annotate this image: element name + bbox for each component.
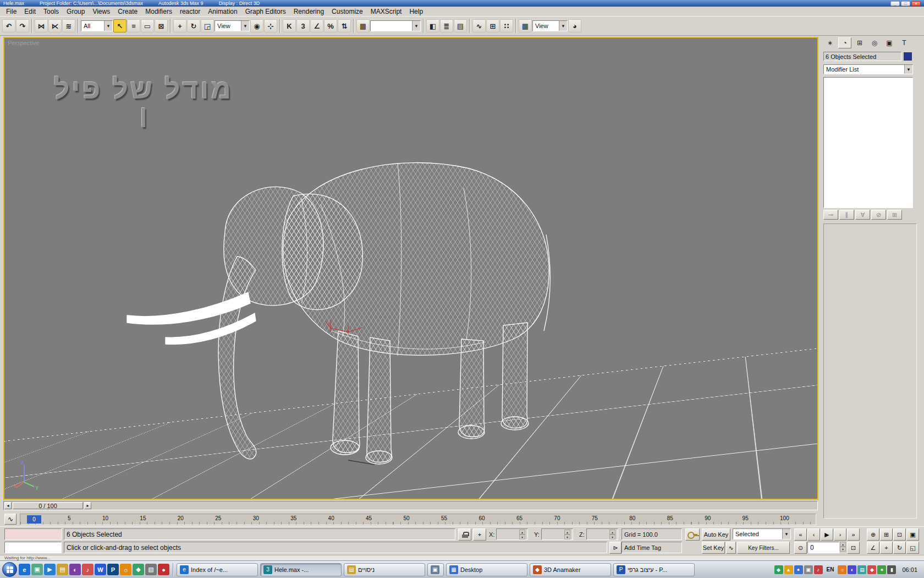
menu-item[interactable]: reactor (176, 8, 204, 15)
x-spinner[interactable]: ▴▾ (519, 530, 525, 539)
close-icon[interactable]: × (911, 1, 921, 6)
menu-item[interactable]: Rendering (290, 8, 328, 15)
quick-render-icon[interactable]: ◕ (568, 19, 581, 32)
language-indicator[interactable]: EN (824, 565, 837, 574)
chevron-down-icon[interactable]: ▼ (559, 21, 567, 31)
go-to-end-icon[interactable]: » (847, 528, 860, 541)
quick-launch-icon[interactable]: ☼ (120, 564, 131, 575)
next-frame-icon[interactable]: › (834, 528, 846, 541)
quick-launch-icon[interactable]: ▧ (145, 564, 157, 575)
bind-to-space-warp-icon[interactable]: ≋ (62, 19, 75, 32)
curve-editor-icon[interactable]: ∿ (472, 19, 486, 32)
menu-item[interactable]: Edit (20, 8, 40, 15)
absolute-offset-toggle-icon[interactable]: + (473, 528, 486, 541)
remove-modifier-icon[interactable]: ⊘ (871, 210, 886, 220)
menu-item[interactable]: Graph Editors (241, 8, 290, 15)
menu-item[interactable]: MAXScript (367, 8, 406, 15)
taskbar-window-button[interactable]: P עיצוב גרפי - P... (613, 563, 695, 576)
tab-utilities-icon[interactable]: T (898, 37, 911, 48)
chevron-down-icon[interactable]: ▼ (904, 65, 912, 74)
taskbar-window-button[interactable]: e Index of /~e... (177, 563, 258, 576)
selected-keyset-dropdown[interactable]: Selected ▼ (733, 528, 791, 539)
spin-up-icon[interactable]: ▴ (609, 530, 615, 535)
quick-launch-icon[interactable]: ▤ (57, 564, 68, 575)
spin-down-icon[interactable]: ▾ (519, 535, 525, 539)
tray-icon[interactable]: ☼ (838, 565, 846, 574)
tab-motion-icon[interactable]: ◎ (868, 37, 881, 48)
quick-launch-icon[interactable]: W (95, 564, 106, 575)
mirror-icon[interactable]: ◧ (426, 19, 439, 32)
chevron-down-icon[interactable]: ▼ (241, 21, 249, 31)
spin-up-icon[interactable]: ▴ (840, 542, 846, 547)
play-animation-icon[interactable]: ▶ (821, 528, 833, 541)
configure-modifier-sets-icon[interactable]: ⊞ (887, 210, 902, 220)
spin-down-icon[interactable]: ▾ (840, 547, 846, 552)
taskbar-window-button[interactable]: ▤ ניסויים (344, 563, 425, 576)
tab-display-icon[interactable]: ▣ (883, 37, 896, 48)
selection-filter-dropdown[interactable]: All ▼ (81, 20, 113, 31)
field-of-view-icon[interactable]: ∠ (867, 542, 879, 554)
tray-icon[interactable]: ▲ (784, 565, 793, 574)
quick-launch-icon[interactable]: ♪ (82, 564, 94, 575)
snaps-toggle-icon[interactable]: 3 (296, 19, 310, 32)
render-scene-icon[interactable]: ▦ (519, 19, 532, 32)
spin-down-icon[interactable]: ▾ (609, 535, 615, 539)
spin-up-icon[interactable]: ▴ (519, 530, 525, 535)
chevron-down-icon[interactable]: ▼ (782, 529, 790, 539)
start-button[interactable] (2, 562, 17, 577)
tray-icon[interactable]: ● (877, 565, 886, 574)
edit-named-selection-sets-icon[interactable]: ▦ (356, 19, 370, 32)
min-max-toggle-icon[interactable]: ◱ (906, 542, 919, 554)
menu-item[interactable]: Animation (204, 8, 241, 15)
quick-launch-icon[interactable]: ▶ (44, 564, 56, 575)
quick-launch-icon[interactable]: ● (158, 564, 169, 575)
quick-launch-icon[interactable]: ▣ (31, 564, 43, 575)
notes-track-icon[interactable]: ⊳ (609, 542, 622, 554)
perspective-viewport[interactable]: Perspective מודל של פיל ן (3, 37, 818, 500)
tray-icon[interactable]: ◆ (774, 565, 783, 574)
spin-down-icon[interactable]: ▾ (564, 535, 570, 539)
key-mode-toggle-icon[interactable]: ⊙ (794, 542, 807, 554)
modifier-list-dropdown[interactable]: Modifier List ▼ (823, 64, 913, 74)
rectangular-selection-region-icon[interactable]: ▭ (141, 19, 154, 32)
chevron-down-icon[interactable]: ▼ (104, 21, 112, 31)
tray-icon[interactable]: ▤ (857, 565, 866, 574)
keyboard-override-icon[interactable]: K (283, 19, 296, 32)
align-icon[interactable]: ≣ (440, 19, 453, 32)
select-and-rotate-icon[interactable]: ↻ (187, 19, 200, 32)
set-key-button[interactable]: Set Key (702, 542, 725, 554)
menu-item[interactable]: File (2, 8, 20, 15)
pan-view-icon[interactable]: + (880, 542, 893, 554)
quick-launch-icon[interactable]: ◐ (69, 564, 81, 575)
z-coordinate-field[interactable]: ▴▾ (586, 528, 618, 540)
tray-icon[interactable]: ◆ (867, 565, 876, 574)
add-time-tag[interactable]: Add Time Tag (622, 542, 682, 553)
menu-item[interactable]: Modifiers (141, 8, 176, 15)
maxscript-mini-listener-white[interactable] (4, 542, 62, 553)
pin-stack-icon[interactable]: ⊸ (823, 210, 838, 220)
spinner-snap-icon[interactable]: ⇅ (338, 19, 351, 32)
quick-launch-icon[interactable]: ◆ (133, 564, 144, 575)
tray-icon[interactable]: ▣ (804, 565, 813, 574)
show-end-result-icon[interactable]: ∥ (839, 210, 854, 220)
taskbar-window-button[interactable]: 3 Hele.max -... (260, 563, 342, 576)
tray-icon[interactable]: ◐ (848, 565, 856, 574)
render-type-dropdown[interactable]: View ▼ (532, 20, 568, 31)
arc-rotate-icon[interactable]: ↻ (893, 542, 906, 554)
unlink-selection-icon[interactable]: ⋉ (48, 19, 62, 32)
layer-manager-icon[interactable]: ▤ (454, 19, 467, 32)
previous-frame-arrow-icon[interactable]: ◂ (4, 502, 12, 509)
select-and-link-icon[interactable]: ⋈ (35, 19, 48, 32)
zoom-extents-all-icon[interactable]: ▣ (906, 528, 919, 541)
object-color-swatch[interactable] (904, 52, 912, 61)
y-coordinate-field[interactable]: ▴▾ (541, 528, 573, 540)
selection-lock-toggle[interactable] (458, 528, 471, 541)
chevron-down-icon[interactable]: ▼ (412, 21, 420, 31)
redo-icon[interactable]: ↷ (16, 19, 29, 32)
set-keys-button[interactable] (685, 528, 700, 541)
viewport-label[interactable]: Perspective (8, 40, 39, 46)
menu-item[interactable]: Customize (328, 8, 367, 15)
taskbar-window-button[interactable]: ▦ Desktop (446, 563, 527, 576)
window-crossing-icon[interactable]: ⊠ (155, 19, 168, 32)
quick-launch-icon[interactable]: P (107, 564, 119, 575)
